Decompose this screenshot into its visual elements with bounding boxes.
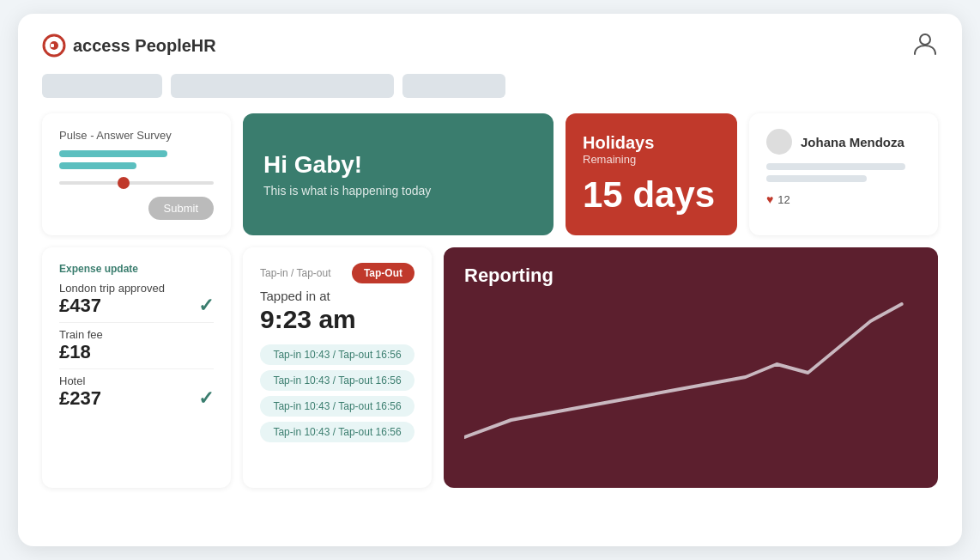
expense-label: Expense update bbox=[59, 263, 214, 275]
dashboard-grid-top: Pulse - Answer Survey Submit Hi Gaby! Th… bbox=[42, 113, 938, 235]
johana-likes-count: 12 bbox=[777, 193, 789, 206]
logo: access PeopleHR bbox=[42, 33, 216, 58]
expense-item-0: London trip approved £437 ✓ bbox=[59, 282, 214, 317]
svg-point-3 bbox=[920, 34, 930, 45]
nav-tab-2[interactable] bbox=[171, 74, 394, 98]
expense-row-1: £18 bbox=[59, 341, 214, 363]
expense-card: Expense update London trip approved £437… bbox=[42, 247, 231, 488]
expense-item-1: Train fee £18 bbox=[59, 328, 214, 363]
expense-amount-0: £437 bbox=[59, 295, 101, 317]
tapin-tapped-label: Tapped in at bbox=[260, 289, 414, 303]
johana-card: Johana Mendoza ♥ 12 bbox=[749, 113, 938, 235]
reporting-chart bbox=[464, 295, 917, 467]
greeting-title: Hi Gaby! bbox=[263, 151, 533, 179]
tapin-entry-3: Tap-in 10:43 / Tap-out 16:56 bbox=[260, 422, 414, 442]
check-icon-0: ✓ bbox=[198, 295, 214, 317]
nav-tab-3[interactable] bbox=[402, 74, 505, 98]
tapin-time: 9:23 am bbox=[260, 305, 414, 334]
pulse-card: Pulse - Answer Survey Submit bbox=[42, 113, 231, 235]
johana-likes: ♥ 12 bbox=[766, 192, 921, 206]
expense-row-2: £237 ✓ bbox=[59, 387, 214, 410]
expense-item-2: Hotel £237 ✓ bbox=[59, 374, 214, 410]
expense-divider-1 bbox=[59, 368, 214, 369]
app-container: access PeopleHR Pulse - Answer Survey Su… bbox=[18, 14, 962, 546]
pulse-bar-1 bbox=[59, 150, 167, 157]
holidays-card: Holidays Remaining 15 days bbox=[566, 113, 737, 235]
holidays-title: Holidays bbox=[583, 133, 720, 153]
logo-text: access PeopleHR bbox=[73, 36, 216, 56]
johana-bar-2 bbox=[766, 175, 867, 182]
user-icon[interactable] bbox=[912, 31, 938, 60]
holidays-days: 15 days bbox=[583, 174, 720, 216]
tapin-entry-2: Tap-in 10:43 / Tap-out 16:56 bbox=[260, 396, 414, 417]
expense-amount-2: £237 bbox=[59, 387, 101, 410]
expense-divider-0 bbox=[59, 322, 214, 323]
tapin-label: Tap-in / Tap-out bbox=[260, 267, 331, 279]
nav-tab-1[interactable] bbox=[42, 74, 162, 98]
tapin-card: Tap-in / Tap-out Tap-Out Tapped in at 9:… bbox=[243, 247, 432, 488]
johana-name: Johana Mendoza bbox=[801, 135, 904, 149]
dashboard-grid-bottom: Expense update London trip approved £437… bbox=[42, 247, 938, 488]
tapin-entries: Tap-in 10:43 / Tap-out 16:56 Tap-in 10:4… bbox=[260, 344, 414, 447]
expense-name-0: London trip approved bbox=[59, 282, 214, 295]
expense-name-2: Hotel bbox=[59, 374, 214, 387]
logo-icon bbox=[42, 33, 66, 58]
heart-icon: ♥ bbox=[766, 192, 773, 206]
expense-name-1: Train fee bbox=[59, 328, 214, 341]
tapin-entry-0: Tap-in 10:43 / Tap-out 16:56 bbox=[260, 344, 414, 365]
pulse-slider-thumb[interactable] bbox=[118, 177, 130, 189]
johana-avatar bbox=[766, 129, 792, 155]
nav-tabs bbox=[42, 74, 938, 98]
pulse-submit-button[interactable]: Submit bbox=[148, 197, 214, 220]
holidays-subtitle: Remaining bbox=[583, 153, 720, 166]
tapin-header: Tap-in / Tap-out Tap-Out bbox=[260, 263, 414, 283]
greeting-card: Hi Gaby! This is what is happening today bbox=[243, 113, 554, 235]
pulse-title: Pulse - Answer Survey bbox=[59, 129, 214, 142]
reporting-card: Reporting bbox=[444, 247, 938, 488]
tapin-entry-1: Tap-in 10:43 / Tap-out 16:56 bbox=[260, 370, 414, 391]
expense-row-0: £437 ✓ bbox=[59, 295, 214, 317]
svg-rect-2 bbox=[51, 44, 54, 47]
johana-bar-1 bbox=[766, 163, 905, 170]
tap-out-button[interactable]: Tap-Out bbox=[352, 263, 414, 283]
greeting-subtitle: This is what is happening today bbox=[263, 184, 533, 198]
expense-amount-1: £18 bbox=[59, 341, 91, 363]
johana-header: Johana Mendoza bbox=[766, 129, 921, 155]
reporting-title: Reporting bbox=[464, 265, 917, 287]
check-icon-2: ✓ bbox=[198, 387, 214, 410]
pulse-slider-track[interactable] bbox=[59, 181, 214, 185]
header: access PeopleHR bbox=[42, 31, 938, 60]
pulse-bar-2 bbox=[59, 162, 136, 169]
